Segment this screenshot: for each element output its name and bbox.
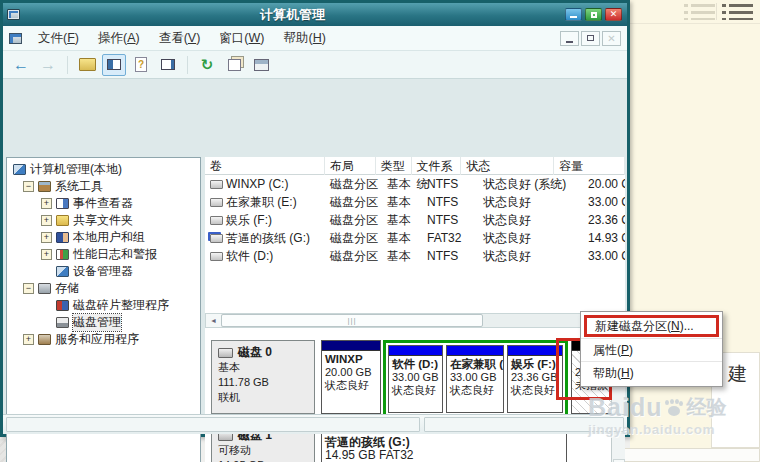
mdi-close-button[interactable]: ✕ <box>602 31 621 46</box>
extended-partition-frame: 软件 (D:)33.00 GB状态良好 在家兼职 (E:)33.00 GB状态良… <box>383 340 568 420</box>
mdi-restore-button[interactable] <box>581 31 600 46</box>
title-bar[interactable]: 计算机管理 ✕ <box>3 3 627 26</box>
toolbar-divider <box>187 56 188 74</box>
console-tree-icon <box>107 59 121 70</box>
tree-item-performance-logs[interactable]: 性能日志和警报 <box>7 246 200 263</box>
menu-item-properties[interactable]: 属性(P) <box>581 338 722 361</box>
menu-file[interactable]: 文件(F) <box>29 27 88 50</box>
help-topics-button[interactable]: ? <box>129 54 153 76</box>
tree-item-services-applications[interactable]: 服务和应用程序 <box>7 331 200 348</box>
mdi-minimize-button[interactable] <box>560 31 579 46</box>
help-doc-icon: ? <box>135 57 147 72</box>
bullet-list-icon[interactable] <box>729 4 753 20</box>
refresh-icon: ↻ <box>201 56 214 74</box>
partition-winxp[interactable]: WINXP20.00 GB状态良好 <box>321 340 381 414</box>
mdi-close-icon: ✕ <box>607 33 615 44</box>
volume-row[interactable]: 娱乐 (F:) 磁盘分区基本 NTFS状态良好 23.36 GB <box>205 211 625 229</box>
collapse-icon[interactable] <box>23 283 34 294</box>
services-icon <box>38 334 51 345</box>
status-panel-right <box>424 417 624 432</box>
expand-icon[interactable] <box>41 232 52 243</box>
maximize-icon <box>591 12 597 18</box>
col-volume[interactable]: 卷 <box>205 157 325 175</box>
menu-action[interactable]: 操作(A) <box>89 27 149 50</box>
logical-drive-bar <box>389 346 442 356</box>
storage-icon <box>38 283 51 294</box>
partition-software[interactable]: 软件 (D:)33.00 GB状态良好 <box>388 345 443 413</box>
expand-icon[interactable] <box>41 198 52 209</box>
scroll-left-arrow[interactable]: ◄ <box>206 314 221 327</box>
baidu-paw-icon <box>665 400 683 416</box>
collapse-icon[interactable] <box>23 181 34 192</box>
show-console-tree-button[interactable] <box>102 54 126 76</box>
mdi-restore-icon <box>587 35 594 41</box>
menu-window[interactable]: 窗口(W) <box>210 27 273 50</box>
volume-list-header: 卷 布局 类型 文件系统 状态 容量 <box>205 157 625 175</box>
folder-up-icon <box>79 58 96 71</box>
volume-row[interactable]: WINXP (C:) 磁盘分区基本 NTFS状态良好 (系统) 20.00 GB <box>205 175 625 193</box>
drive-icon <box>210 252 223 261</box>
drive-icon <box>210 180 223 189</box>
logical-drive-bar <box>508 346 562 356</box>
tree-item-event-viewer[interactable]: 事件查看器 <box>7 195 200 212</box>
scrollbar-thumb[interactable]: ||| <box>221 314 483 327</box>
close-icon: ✕ <box>610 10 618 19</box>
shared-folder-icon <box>56 215 69 226</box>
menu-item-new-partition[interactable]: 新建磁盘分区(N)... <box>584 315 719 337</box>
disk-graphical-view: 磁盘 0 基本 111.78 GB 联机 WINXP20.00 GB状态良好 软… <box>205 328 625 462</box>
menu-view[interactable]: 查看(V) <box>150 27 210 50</box>
minimize-button[interactable] <box>565 8 582 21</box>
forward-button[interactable]: → <box>36 54 60 76</box>
tree-item-device-manager[interactable]: 设备管理器 <box>7 263 200 280</box>
tree-item-storage[interactable]: 存储 <box>7 280 200 297</box>
context-menu: 新建磁盘分区(N)... 属性(P) 帮助(H) <box>580 311 723 387</box>
col-filesystem[interactable]: 文件系统 <box>412 157 462 175</box>
up-button[interactable] <box>75 54 99 76</box>
volume-row[interactable]: 苦逼的孩纸 (G:) 磁盘分区基本 FAT32状态良好 14.93 GB <box>205 229 625 247</box>
export-list-button[interactable] <box>222 54 246 76</box>
col-type[interactable]: 类型 <box>376 157 412 175</box>
col-layout[interactable]: 布局 <box>325 157 376 175</box>
refresh-button[interactable]: ↻ <box>195 54 219 76</box>
back-icon: ← <box>13 57 29 73</box>
tree-item-disk-management[interactable]: 磁盘管理 <box>7 314 200 331</box>
disk0-header[interactable]: 磁盘 0 基本 111.78 GB 联机 <box>211 340 315 414</box>
tree-item-disk-defragmenter[interactable]: 磁盘碎片整理程序 <box>7 297 200 314</box>
device-manager-icon <box>56 266 69 277</box>
partition-work-from-home[interactable]: 在家兼职 (E:)33.00 GB状态良好 <box>446 345 504 413</box>
primary-partition-bar <box>322 341 380 351</box>
users-icon <box>56 232 69 243</box>
partition-entertainment[interactable]: 娱乐 (F:)23.36 GB状态良好 <box>507 345 563 413</box>
volume-row[interactable]: 软件 (D:) 磁盘分区基本 NTFS状态良好 33.00 GB <box>205 247 625 265</box>
close-button[interactable]: ✕ <box>605 8 622 21</box>
computer-icon <box>13 164 26 175</box>
tree-item-shared-folders[interactable]: 共享文件夹 <box>7 212 200 229</box>
show-action-pane-button[interactable] <box>156 54 180 76</box>
col-status[interactable]: 状态 <box>461 157 554 175</box>
back-button[interactable]: ← <box>9 54 33 76</box>
col-capacity[interactable]: 容量 <box>554 157 625 175</box>
page-divider <box>630 23 760 24</box>
action-pane-icon <box>161 59 175 70</box>
expand-icon[interactable] <box>23 334 34 345</box>
maximize-button[interactable] <box>585 8 602 21</box>
tree-item-local-users-groups[interactable]: 本地用户和组 <box>7 229 200 246</box>
tree-item-system-tools[interactable]: 系统工具 <box>7 178 200 195</box>
status-bar <box>3 414 627 434</box>
volume-row[interactable]: 在家兼职 (E:) 磁盘分区基本 NTFS状态良好 33.00 GB <box>205 193 625 211</box>
horizontal-scrollbar[interactable]: ◄ ||| ► <box>205 313 625 328</box>
menu-item-help[interactable]: 帮助(H) <box>581 361 722 384</box>
tree-item-computer-management[interactable]: 计算机管理(本地) <box>7 161 200 178</box>
numbered-list-icon[interactable] <box>691 4 715 20</box>
page: 建 计算机管理 ✕ 文件(F) 操作(A) 查看(V) 窗口(W) 帮助(H) … <box>0 0 760 462</box>
expand-icon[interactable] <box>41 215 52 226</box>
event-viewer-icon <box>56 198 69 209</box>
expand-icon[interactable] <box>41 249 52 260</box>
minimize-icon <box>570 16 577 18</box>
defragmenter-icon <box>56 300 69 311</box>
mdi-document-icon <box>9 33 22 44</box>
help-window-button[interactable] <box>249 54 273 76</box>
help-window-icon <box>254 59 269 71</box>
menu-help[interactable]: 帮助(H) <box>275 27 335 50</box>
content-area: 计算机管理(本地) 系统工具 事件查看器 共享文件夹 本地用户和组 性能日志和警… <box>3 79 627 414</box>
